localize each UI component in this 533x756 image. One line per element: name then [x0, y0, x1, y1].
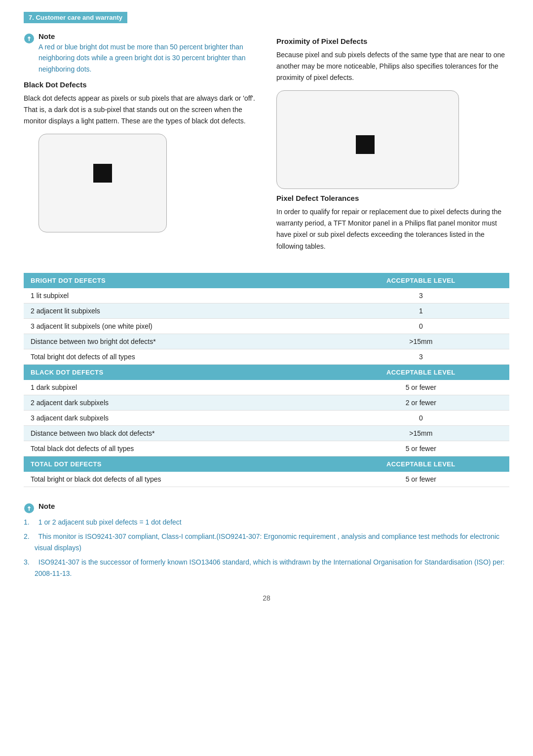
header-label: 7. Customer care and warranty	[29, 14, 122, 21]
pixel-diagram-right	[276, 90, 459, 189]
black-row-2-label: 2 adjacent dark subpixels	[24, 395, 333, 410]
total-row-1: Total bright or black dot defects of all…	[24, 472, 509, 487]
black-row-2-value: 2 or fewer	[333, 395, 509, 410]
note-item-3: 3. ISO9241-307 is the successor of forme…	[24, 557, 509, 579]
black-row-2: 2 adjacent dark subpixels 2 or fewer	[24, 395, 509, 410]
black-row-5-label: Total black dot defects of all types	[24, 441, 333, 456]
right-column: Proximity of Pixel Defects Because pixel…	[276, 32, 509, 258]
header-bar: 7. Customer care and warranty	[24, 12, 127, 23]
page: 7. Customer care and warranty i Note A r…	[0, 0, 533, 756]
black-row-1-value: 5 or fewer	[333, 380, 509, 395]
note-bottom-title: Note	[38, 502, 55, 510]
black-row-4-label: Distance between two black dot defects*	[24, 425, 333, 441]
bright-row-3: 3 adjacent lit subpixels (one white pixe…	[24, 318, 509, 334]
black-row-1-label: 1 dark subpixel	[24, 380, 333, 395]
tolerances-body: In order to qualify for repair or replac…	[276, 206, 509, 252]
note-item-2: 2. This monitor is ISO9241-307 compliant…	[24, 531, 509, 554]
bright-row-5: Total bright dot defects of all types 3	[24, 349, 509, 364]
black-dot-heading: Black Dot Defects	[24, 80, 257, 89]
bright-row-2: 2 adjacent lit subpixels 1	[24, 303, 509, 318]
bright-row-1-label: 1 lit subpixel	[24, 288, 333, 303]
left-column: i Note A red or blue bright dot must be …	[24, 32, 257, 258]
note-icon-top: i	[24, 33, 35, 44]
black-header-col1: BLACK DOT DEFECTS	[24, 364, 333, 380]
svg-rect-3	[29, 37, 30, 38]
black-row-3-label: 3 adjacent dark subpixels	[24, 410, 333, 425]
note-top-text: A red or blue bright dot must be more th…	[38, 41, 257, 75]
pixel-diagram-left	[38, 134, 167, 232]
proximity-body: Because pixel and sub pixels defects of …	[276, 49, 509, 83]
bright-header-col1: BRIGHT DOT DEFECTS	[24, 273, 333, 288]
bright-row-4-label: Distance between two bright dot defects*	[24, 334, 333, 349]
svg-text:i: i	[28, 505, 30, 512]
total-row-1-label: Total bright or black dot defects of all…	[24, 472, 333, 487]
note-item-1: 1. 1 or 2 adjacent sub pixel defects = 1…	[24, 517, 509, 528]
bright-row-5-label: Total bright dot defects of all types	[24, 349, 333, 364]
bright-row-5-value: 3	[333, 349, 509, 364]
black-square-left	[93, 164, 112, 183]
black-row-1: 1 dark subpixel 5 or fewer	[24, 380, 509, 395]
note-numbered-list: 1. 1 or 2 adjacent sub pixel defects = 1…	[24, 517, 509, 579]
svg-text:i: i	[28, 35, 30, 42]
bright-header-col2: ACCEPTABLE LEVEL	[333, 273, 509, 288]
defects-table: BRIGHT DOT DEFECTS ACCEPTABLE LEVEL 1 li…	[24, 273, 509, 487]
bright-row-1: 1 lit subpixel 3	[24, 288, 509, 303]
black-row-4: Distance between two black dot defects* …	[24, 425, 509, 441]
bright-row-2-value: 1	[333, 303, 509, 318]
black-row-3-value: 0	[333, 410, 509, 425]
black-row-3: 3 adjacent dark subpixels 0	[24, 410, 509, 425]
proximity-heading: Proximity of Pixel Defects	[276, 37, 509, 45]
black-header-col2: ACCEPTABLE LEVEL	[333, 364, 509, 380]
two-col-layout: i Note A red or blue bright dot must be …	[24, 32, 509, 258]
note-bottom-block: i Note	[24, 502, 509, 514]
black-square-right	[356, 135, 375, 154]
bright-header-row: BRIGHT DOT DEFECTS ACCEPTABLE LEVEL	[24, 273, 509, 288]
total-row-1-value: 5 or fewer	[333, 472, 509, 487]
bottom-note: i Note 1. 1 or 2 adjacent sub pixel defe…	[24, 502, 509, 579]
note-top-title: Note	[38, 32, 257, 40]
black-row-5-value: 5 or fewer	[333, 441, 509, 456]
bright-row-3-value: 0	[333, 318, 509, 334]
page-number: 28	[24, 594, 509, 602]
note-top-block: i Note A red or blue bright dot must be …	[24, 32, 257, 75]
bright-row-4-value: >15mm	[333, 334, 509, 349]
total-header-col1: TOTAL DOT DEFECTS	[24, 456, 333, 472]
note-top-content: Note A red or blue bright dot must be mo…	[38, 32, 257, 75]
svg-rect-7	[29, 506, 30, 508]
black-row-5: Total black dot defects of all types 5 o…	[24, 441, 509, 456]
black-header-row: BLACK DOT DEFECTS ACCEPTABLE LEVEL	[24, 364, 509, 380]
total-header-col2: ACCEPTABLE LEVEL	[333, 456, 509, 472]
bright-row-3-label: 3 adjacent lit subpixels (one white pixe…	[24, 318, 333, 334]
bright-row-4: Distance between two bright dot defects*…	[24, 334, 509, 349]
black-row-4-value: >15mm	[333, 425, 509, 441]
bright-row-2-label: 2 adjacent lit subpixels	[24, 303, 333, 318]
note-icon-bottom: i	[24, 503, 35, 514]
total-header-row: TOTAL DOT DEFECTS ACCEPTABLE LEVEL	[24, 456, 509, 472]
tolerances-heading: Pixel Defect Tolerances	[276, 194, 509, 202]
black-dot-body: Black dot defects appear as pixels or su…	[24, 93, 257, 127]
bright-row-1-value: 3	[333, 288, 509, 303]
